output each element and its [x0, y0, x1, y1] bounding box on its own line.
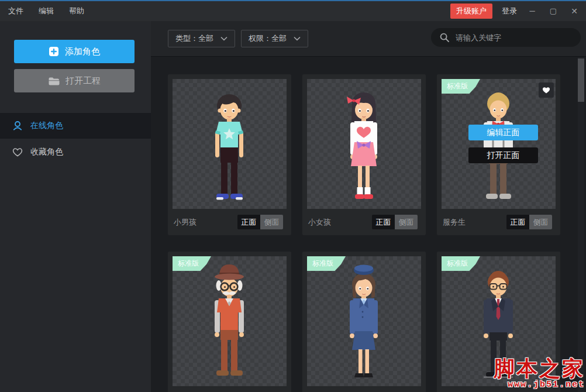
search-icon [439, 32, 450, 43]
favorite-button[interactable] [539, 82, 554, 98]
card-footer [437, 386, 560, 392]
menu-help[interactable]: 帮助 [69, 6, 84, 16]
search-box[interactable] [431, 28, 581, 47]
sidebar-item-label: 收藏角色 [30, 147, 63, 157]
character-thumbnail[interactable]: 编辑正面 打开正面 [442, 79, 556, 209]
card-footer: 小男孩 正面 侧面 [168, 209, 291, 235]
character-thumbnail[interactable] [307, 79, 421, 209]
scrollbar-thumb[interactable] [578, 59, 584, 102]
app-window: 文件 编辑 帮助 升级账户 登录 ─ ▢ ✕ 添加角色 打开工程 [0, 0, 586, 392]
sidebar-item-label: 在线角色 [30, 121, 63, 131]
type-filter-label: 类型：全部 [175, 33, 213, 44]
edit-front-button[interactable]: 编辑正面 [468, 125, 538, 140]
character-card-girl[interactable]: 小女孩 正面 侧面 [302, 74, 426, 235]
add-character-label: 添加角色 [65, 46, 100, 57]
open-project-label: 打开工程 [66, 75, 101, 87]
front-view-button[interactable]: 正面 [237, 215, 260, 229]
minimize-icon[interactable]: ─ [526, 5, 538, 17]
main-panel: 类型：全部 权限：全部 [151, 21, 586, 392]
sidebar-item-online-characters[interactable]: 在线角色 [0, 113, 151, 139]
upgrade-account-button[interactable]: 升级账户 [450, 4, 492, 19]
heart-icon [542, 85, 551, 95]
open-project-button[interactable]: 打开工程 [14, 69, 135, 92]
scrollbar[interactable] [578, 57, 584, 392]
character-thumbnail[interactable] [173, 79, 287, 209]
menu-edit[interactable]: 编辑 [39, 6, 54, 16]
view-toggle: 正面 侧面 [372, 215, 418, 229]
menu-bar: 文件 编辑 帮助 [8, 6, 84, 16]
side-view-button[interactable]: 侧面 [395, 215, 418, 229]
character-card-stewardess[interactable]: 标准版 [302, 252, 426, 392]
open-front-button[interactable]: 打开正面 [468, 147, 538, 163]
character-name: 服务生 [443, 217, 466, 228]
chevron-down-icon [220, 36, 227, 41]
character-name: 小女孩 [308, 217, 331, 228]
title-bar: 文件 编辑 帮助 升级账户 登录 ─ ▢ ✕ [0, 0, 586, 21]
permission-filter-dropdown[interactable]: 权限：全部 [241, 30, 308, 47]
character-card-boy[interactable]: 小男孩 正面 侧面 [168, 74, 291, 235]
search-input[interactable] [454, 33, 574, 43]
character-card-businessman[interactable]: 标准版 [437, 252, 560, 392]
heart-outline-icon [12, 146, 23, 158]
card-footer: 小女孩 正面 侧面 [302, 209, 426, 235]
card-footer: 服务生 正面 侧面 [437, 209, 560, 235]
side-view-button[interactable]: 侧面 [529, 215, 552, 229]
character-old-man-figure [173, 256, 287, 386]
permission-filter-label: 权限：全部 [249, 33, 287, 44]
sidebar: 添加角色 打开工程 在线角色 收藏角色 [0, 21, 151, 392]
front-view-button[interactable]: 正面 [372, 215, 395, 229]
sidebar-item-favorite-characters[interactable]: 收藏角色 [0, 139, 151, 166]
plus-icon [49, 46, 59, 57]
chevron-down-icon [294, 36, 301, 41]
card-footer [168, 386, 291, 392]
maximize-icon[interactable]: ▢ [547, 5, 559, 17]
character-businessman-figure [442, 256, 556, 386]
character-thumbnail[interactable] [173, 256, 287, 386]
character-boy-figure [173, 79, 287, 209]
menu-file[interactable]: 文件 [8, 6, 23, 16]
card-footer [302, 386, 426, 392]
filter-bar: 类型：全部 权限：全部 [151, 21, 586, 57]
character-thumbnail[interactable] [307, 256, 421, 386]
type-filter-dropdown[interactable]: 类型：全部 [168, 30, 235, 47]
view-toggle: 正面 侧面 [506, 215, 552, 229]
character-girl-figure [307, 79, 421, 209]
login-button[interactable]: 登录 [502, 6, 517, 16]
front-view-button[interactable]: 正面 [506, 215, 529, 229]
add-character-button[interactable]: 添加角色 [14, 40, 135, 63]
character-card-waiter[interactable]: 编辑正面 打开正面 标准版 服务生 正面 侧面 [437, 74, 560, 235]
person-icon [12, 120, 23, 132]
close-icon[interactable]: ✕ [568, 5, 580, 17]
view-toggle: 正面 侧面 [237, 215, 283, 229]
character-waiter-figure [442, 79, 556, 209]
character-stewardess-figure [307, 256, 421, 386]
character-thumbnail[interactable] [442, 256, 556, 386]
folder-icon [48, 76, 60, 86]
side-view-button[interactable]: 侧面 [260, 215, 283, 229]
character-card-old-man[interactable]: 标准版 [168, 252, 291, 392]
character-name: 小男孩 [174, 217, 197, 228]
